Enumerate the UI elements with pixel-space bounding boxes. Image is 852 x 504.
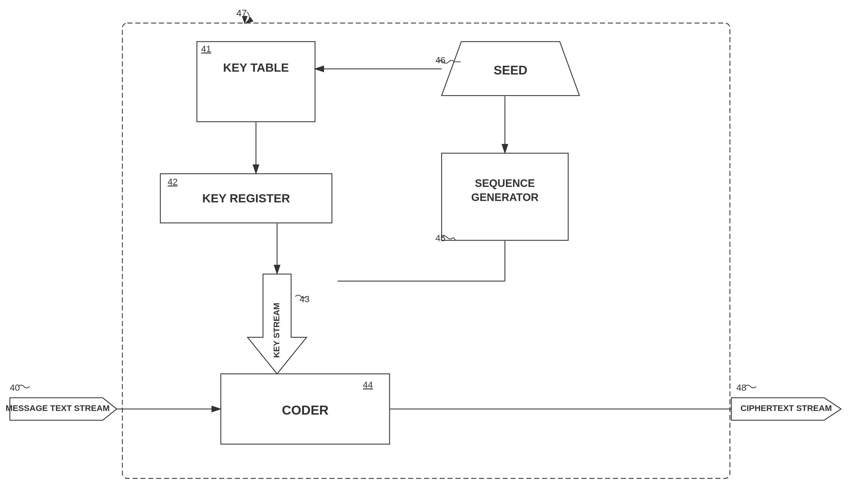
svg-marker-20 — [247, 274, 307, 374]
svg-line-14 — [453, 237, 456, 240]
svg-text:48: 48 — [736, 382, 747, 393]
svg-marker-34 — [731, 398, 841, 420]
svg-marker-30 — [10, 398, 117, 420]
diagram-container: 47 41 KEY TABLE SEED 46 SEQUENCE GENERAT… — [0, 0, 852, 504]
svg-text:CIPHERTEXT STREAM: CIPHERTEXT STREAM — [740, 403, 832, 413]
svg-rect-1 — [122, 23, 730, 479]
svg-rect-24 — [221, 374, 389, 444]
svg-text:42: 42 — [168, 177, 178, 187]
svg-rect-10 — [441, 153, 568, 240]
svg-text:CODER: CODER — [282, 403, 329, 417]
svg-text:SEED: SEED — [494, 63, 527, 77]
svg-rect-3 — [197, 41, 315, 122]
svg-text:KEY TABLE: KEY TABLE — [223, 61, 289, 74]
svg-text:SEQUENCE: SEQUENCE — [475, 177, 535, 189]
svg-text:47: 47 — [236, 7, 247, 18]
svg-text:46: 46 — [435, 55, 446, 65]
svg-marker-6 — [441, 41, 579, 95]
svg-text:GENERATOR: GENERATOR — [471, 192, 538, 203]
svg-text:40: 40 — [10, 382, 20, 393]
svg-text:KEY REGISTER: KEY REGISTER — [202, 192, 290, 205]
svg-text:44: 44 — [363, 380, 373, 390]
svg-rect-16 — [160, 174, 332, 223]
svg-text:41: 41 — [201, 44, 211, 54]
svg-text:43: 43 — [299, 294, 310, 304]
svg-text:KEY STREAM: KEY STREAM — [272, 303, 281, 358]
svg-text:MESSAGE TEXT STREAM: MESSAGE TEXT STREAM — [6, 403, 110, 413]
diagram-svg: 47 41 KEY TABLE SEED 46 SEQUENCE GENERAT… — [0, 0, 852, 504]
svg-text:45: 45 — [435, 233, 446, 243]
